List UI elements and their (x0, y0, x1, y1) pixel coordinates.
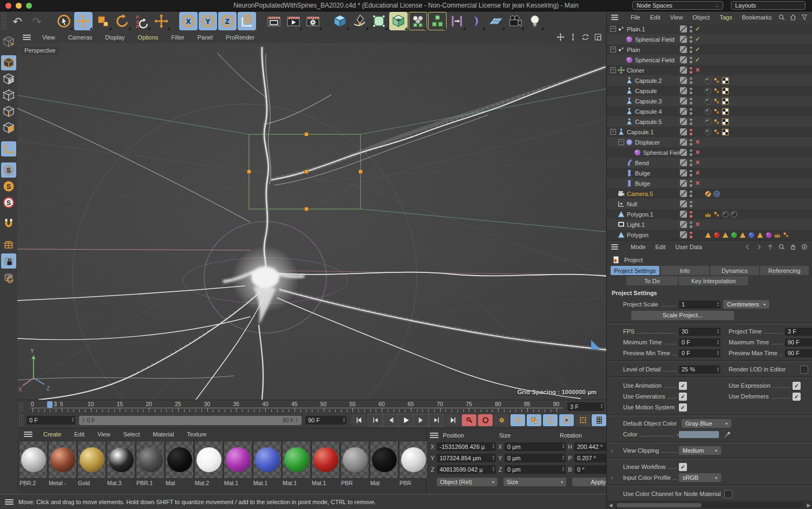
tree-item-capsule[interactable]: Capsule (607, 86, 812, 96)
checker-tag-icon[interactable] (722, 77, 729, 84)
layer-toggle[interactable] (680, 108, 687, 115)
material-menu-edit[interactable]: Edit (68, 431, 91, 438)
timeline-grip[interactable] (18, 402, 24, 412)
tool-render-picture-viewer-button[interactable] (284, 12, 303, 30)
enabled-check-icon[interactable]: ✓ (695, 46, 700, 53)
keyframe-gear-button[interactable] (494, 414, 509, 426)
tree-item-camera-5[interactable]: Camera.5 (607, 188, 812, 199)
level-of-detail-dropdown[interactable]: 25 %▲▼ (679, 366, 721, 374)
camera-label[interactable]: Perspective (21, 47, 59, 55)
linear-workflow-checkbox[interactable]: ✓ (679, 463, 687, 471)
color-swatch[interactable] (679, 431, 719, 438)
visibility-dots[interactable] (690, 221, 692, 228)
layer-toggle[interactable] (680, 67, 687, 74)
visibility-dots[interactable] (690, 119, 692, 125)
preview-min-time-input[interactable]: 0 F▲▼ (679, 349, 721, 357)
eyedropper-icon[interactable] (723, 430, 731, 439)
visibility-dots[interactable] (690, 211, 692, 218)
tool-rotate-button[interactable] (113, 12, 132, 30)
search-icon[interactable] (778, 14, 785, 21)
scrollbar-thumb[interactable] (617, 503, 702, 507)
tree-item-plain[interactable]: −Plain✓ (607, 44, 812, 55)
layer-toggle[interactable] (680, 211, 687, 218)
use-deformers-checkbox[interactable]: ✓ (793, 393, 801, 401)
material-item[interactable]: Mat.1 (282, 441, 311, 487)
tree-item-bulge[interactable]: Bulge✕ (607, 178, 812, 188)
layouts-field[interactable]: Layouts (731, 1, 806, 10)
matball-tag-icon[interactable] (704, 97, 712, 105)
object-manager-menu-tags[interactable]: Tags (715, 14, 737, 21)
material-menu-select[interactable]: Select (117, 431, 147, 438)
matball-tag-icon[interactable] (704, 77, 712, 84)
transport-grip[interactable] (18, 414, 24, 426)
tool-deformer-button[interactable] (467, 12, 486, 30)
viewport-menu-icon[interactable] (23, 35, 32, 40)
input-color-profile-dropdown[interactable]: sRGB▾ (679, 473, 721, 482)
disabled-x-icon[interactable]: ✕ (695, 139, 700, 146)
node-spaces-dropdown[interactable]: Node Spaces⌄ (632, 1, 723, 10)
dots2-tag-icon[interactable] (713, 211, 721, 218)
disabled-x-icon[interactable]: ✕ (695, 67, 700, 74)
viewport-menu-panel[interactable]: Panel (191, 34, 219, 41)
visibility-dots[interactable] (690, 232, 692, 238)
material-item[interactable]: Mat.2 (194, 441, 223, 487)
tool-axis-z-button[interactable]: Z (218, 12, 237, 30)
material-menu-view[interactable]: View (91, 431, 117, 438)
lock-icon[interactable] (789, 243, 797, 251)
layer-toggle[interactable] (680, 56, 687, 63)
forward-icon[interactable] (755, 243, 763, 251)
tree-item-bulge[interactable]: Bulge✕ (607, 168, 812, 178)
record-key-button[interactable] (462, 414, 476, 426)
material-item[interactable]: Mat.1 (311, 441, 340, 487)
dots2-tag-icon[interactable] (713, 118, 721, 126)
ballblue-tag-icon[interactable] (748, 231, 755, 239)
material-item[interactable]: PBR.2 (19, 441, 48, 487)
object-manager-menu-icon[interactable] (611, 15, 620, 20)
tool-snap-enable-button[interactable]: S (1, 162, 16, 178)
scroll-right-icon[interactable]: ▶ (805, 503, 812, 508)
close-window-button[interactable] (5, 3, 11, 9)
tool-polygons-mode-button[interactable] (1, 120, 16, 135)
size-mode-dropdown[interactable]: Size▾ (503, 478, 566, 486)
use-generators-checkbox[interactable]: ✓ (679, 393, 687, 401)
tri-tag-icon[interactable] (704, 231, 712, 239)
tree-item-cloner[interactable]: −Cloner✕ (607, 65, 812, 75)
tool-render-view-button[interactable] (265, 12, 283, 30)
enabled-check-icon[interactable]: ✓ (695, 36, 700, 43)
viewport-menu-display[interactable]: Display (99, 34, 131, 41)
next-frame-button[interactable] (414, 414, 428, 426)
use-animation-checkbox[interactable]: ✓ (679, 382, 687, 390)
viewport-rotate-view-button[interactable] (581, 33, 590, 42)
tool-workplane-interactive-button[interactable] (1, 270, 16, 285)
expander-icon[interactable]: − (610, 67, 616, 73)
tree-item-spherical-field[interactable]: Spherical Field✕ (607, 147, 812, 158)
tool-light-button[interactable] (526, 12, 544, 30)
kf-rotation-button[interactable] (543, 414, 558, 426)
tree-item-capsule-5[interactable]: Capsule.5 (607, 116, 812, 127)
visibility-dots[interactable] (690, 170, 692, 177)
size-x-input[interactable]: 0 µm▲▼ (505, 442, 566, 451)
visibility-dots[interactable] (690, 108, 692, 115)
layer-toggle[interactable] (680, 200, 687, 207)
tool-axis-x-button[interactable]: X (179, 12, 198, 30)
material-item[interactable]: Mat.1 (253, 441, 281, 487)
use-motion-system-checkbox[interactable]: ✓ (679, 403, 687, 412)
tool-floor-button[interactable] (487, 12, 505, 30)
scroll-left-icon[interactable]: ◀ (607, 503, 614, 508)
target-icon[interactable] (801, 243, 808, 251)
tree-item-polygon[interactable]: Polygon (607, 230, 812, 240)
visibility-dots[interactable] (690, 98, 692, 105)
material-item[interactable]: Mat (370, 441, 398, 487)
expander-icon[interactable]: − (610, 47, 616, 53)
tree-item-capsule-1[interactable]: −Capsule.1 (607, 127, 812, 137)
size-z-input[interactable]: 0 µm▲▼ (505, 465, 566, 474)
tool-volume-builder-button[interactable] (389, 12, 408, 30)
viewport-maximize-button[interactable] (594, 33, 602, 42)
visibility-dots[interactable] (690, 139, 692, 146)
use-expression-checkbox[interactable]: ✓ (793, 382, 801, 390)
matball-tag-icon[interactable] (704, 118, 712, 126)
material-menu-material[interactable]: Material (146, 431, 180, 438)
tool-edges-mode-button[interactable] (1, 104, 16, 119)
crown-tag-icon[interactable] (704, 211, 712, 218)
layer-toggle[interactable] (680, 180, 687, 187)
